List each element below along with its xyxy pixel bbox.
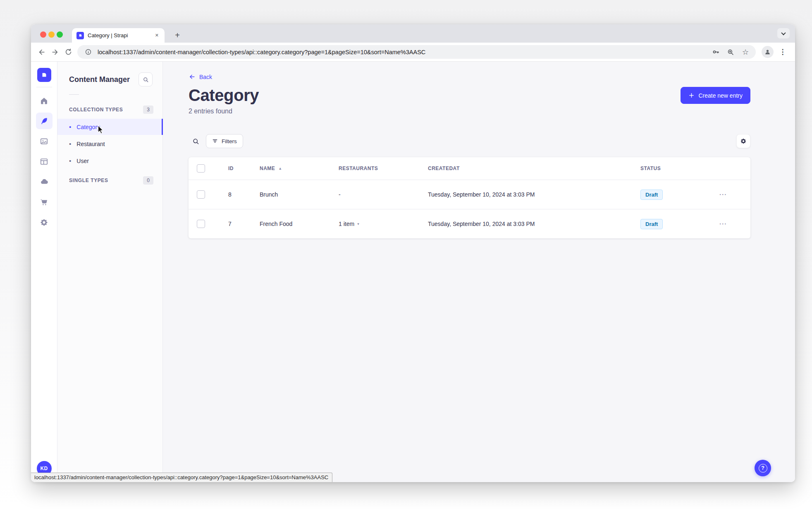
strapi-favicon-icon — [76, 32, 84, 39]
cell-createdat: Tuesday, September 10, 2024 at 3:03 PM — [428, 191, 640, 198]
strapi-app: KD Content Manager COLLECTION TYPES 3 • … — [31, 62, 795, 482]
select-all-checkbox[interactable] — [197, 164, 205, 173]
subnav-item-user[interactable]: • User — [57, 153, 162, 169]
subnav-item-restaurant[interactable]: • Restaurant — [57, 136, 162, 152]
column-header-name[interactable]: NAME ▲ — [260, 166, 339, 171]
main-nav-rail: KD — [31, 62, 57, 482]
create-new-entry-button[interactable]: Create new entry — [681, 87, 750, 104]
view-settings-gear-icon[interactable] — [736, 134, 750, 148]
main-content: Back Category Create new entry 2 entries… — [163, 62, 795, 482]
bullet-icon: • — [69, 158, 71, 164]
back-link[interactable]: Back — [189, 73, 212, 80]
column-header-id: ID — [228, 166, 260, 171]
subnav-item-label: Category — [76, 124, 100, 130]
strapi-logo[interactable] — [37, 68, 51, 82]
browser-profile-avatar[interactable] — [762, 46, 774, 58]
close-window-button[interactable] — [40, 31, 46, 38]
entries-table: ID NAME ▲ RESTAURANTS CREATEDAT STATUS 8… — [189, 157, 750, 238]
caret-down-icon: ▾ — [357, 222, 359, 226]
help-button[interactable]: ? — [755, 460, 771, 476]
new-tab-button[interactable]: + — [172, 30, 183, 41]
row-checkbox[interactable] — [197, 190, 205, 199]
password-manager-icon[interactable] — [710, 47, 721, 58]
cell-id: 7 — [228, 221, 260, 227]
page-info-icon[interactable] — [83, 47, 93, 58]
bullet-icon: • — [69, 124, 71, 130]
zoom-page-icon[interactable] — [725, 47, 736, 58]
cloud-icon[interactable] — [36, 173, 53, 190]
subnav-item-category[interactable]: • Category — [57, 119, 162, 135]
single-types-count-badge: 0 — [143, 176, 153, 185]
rail-divider — [36, 87, 52, 87]
traffic-lights — [40, 31, 63, 38]
fullscreen-window-button[interactable] — [57, 31, 63, 38]
collection-types-count-badge: 3 — [143, 106, 153, 114]
cell-id: 8 — [228, 191, 260, 198]
tab-title: Category | Strapi — [88, 32, 150, 38]
search-icon[interactable] — [189, 134, 203, 148]
content-manager-subnav: Content Manager COLLECTION TYPES 3 • Cat… — [57, 62, 163, 482]
browser-tab[interactable]: Category | Strapi ✕ — [72, 28, 165, 43]
url-text[interactable]: localhost:1337/admin/content-manager/col… — [98, 49, 706, 55]
tab-close-icon[interactable]: ✕ — [153, 32, 160, 39]
subnav-search-button[interactable] — [139, 72, 153, 86]
browser-menu-icon[interactable]: ⋮ — [776, 46, 789, 59]
page-title: Category — [189, 86, 259, 105]
browser-window: Category | Strapi ✕ + localhost:1337/adm… — [31, 24, 795, 482]
table-row[interactable]: 8 Brunch - Tuesday, September 10, 2024 a… — [189, 180, 750, 209]
url-bar[interactable]: localhost:1337/admin/content-manager/col… — [77, 45, 756, 59]
bookmark-star-icon[interactable]: ☆ — [740, 47, 751, 58]
tab-search-button[interactable] — [777, 28, 790, 38]
filter-icon — [212, 138, 218, 144]
link-status-bar: localhost:1337/admin/content-manager/col… — [31, 473, 332, 482]
single-types-label: SINGLE TYPES — [69, 178, 108, 183]
subnav-title: Content Manager — [69, 75, 130, 84]
cell-name: French Food — [260, 221, 339, 227]
subnav-item-label: Restaurant — [76, 141, 105, 147]
content-type-builder-icon[interactable] — [36, 153, 53, 170]
status-badge: Draft — [640, 219, 663, 229]
filters-button[interactable]: Filters — [206, 134, 243, 148]
plus-icon — [688, 92, 695, 98]
settings-gear-icon[interactable] — [36, 214, 53, 230]
cell-restaurants: - — [339, 191, 428, 198]
row-checkbox[interactable] — [197, 220, 205, 228]
back-label: Back — [199, 74, 212, 80]
column-header-createdat: CREATEDAT — [428, 166, 640, 171]
cell-name: Brunch — [260, 191, 339, 198]
status-badge: Draft — [640, 190, 663, 200]
forward-nav-button[interactable] — [48, 46, 62, 59]
home-icon[interactable] — [36, 92, 53, 109]
question-mark-icon: ? — [759, 464, 767, 473]
media-library-icon[interactable] — [36, 133, 53, 149]
bullet-icon: • — [69, 141, 71, 147]
subnav-divider — [69, 94, 79, 95]
collection-types-label: COLLECTION TYPES — [69, 107, 123, 113]
content-manager-feather-icon[interactable] — [36, 113, 53, 129]
table-header-row: ID NAME ▲ RESTAURANTS CREATEDAT STATUS — [189, 157, 750, 180]
arrow-left-icon — [189, 73, 196, 80]
browser-toolbar: localhost:1337/admin/content-manager/col… — [31, 43, 795, 62]
table-row[interactable]: 7 French Food 1 item ▾ Tuesday, Septembe… — [189, 209, 750, 238]
mouse-cursor — [97, 125, 104, 134]
tab-strip: Category | Strapi ✕ + — [31, 24, 795, 43]
subnav-item-label: User — [76, 158, 89, 164]
cell-restaurants[interactable]: 1 item ▾ — [339, 221, 428, 227]
chevron-down-icon — [781, 30, 786, 35]
sort-asc-icon: ▲ — [278, 166, 282, 170]
column-header-status: STATUS — [640, 166, 719, 171]
minimize-window-button[interactable] — [48, 31, 55, 38]
back-nav-button[interactable] — [35, 46, 48, 59]
marketplace-cart-icon[interactable] — [36, 194, 53, 210]
column-header-restaurants: RESTAURANTS — [339, 166, 428, 171]
entries-count: 2 entries found — [189, 108, 750, 115]
reload-button[interactable] — [62, 46, 75, 59]
cell-createdat: Tuesday, September 10, 2024 at 3:03 PM — [428, 221, 640, 227]
